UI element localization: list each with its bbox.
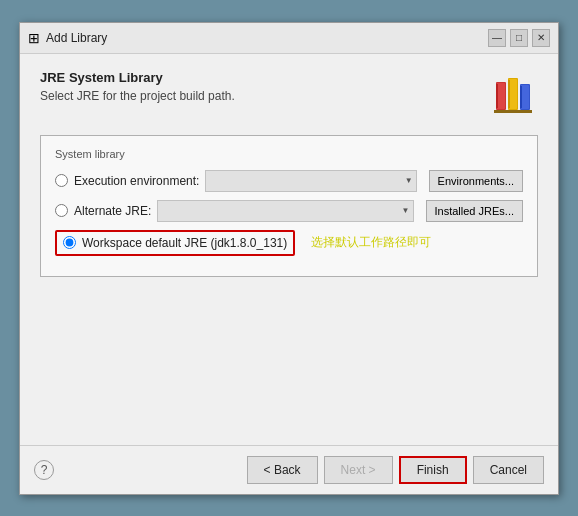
group-label: System library (55, 148, 523, 160)
alternate-jre-label: Alternate JRE: (74, 204, 151, 218)
execution-env-label: Execution environment: (74, 174, 199, 188)
svg-rect-5 (508, 80, 510, 108)
execution-env-combo-wrapper (205, 170, 416, 192)
dialog-body: JRE System Library Select JRE for the pr… (20, 54, 558, 445)
add-library-dialog: ⊞ Add Library — □ ✕ JRE System Library S… (19, 22, 559, 495)
annotation-text: 选择默认工作路径即可 (311, 234, 431, 251)
title-bar-left: ⊞ Add Library (28, 30, 107, 46)
svg-rect-2 (496, 84, 498, 108)
svg-rect-4 (509, 79, 517, 109)
execution-env-radio[interactable] (55, 174, 68, 187)
installed-jres-button[interactable]: Installed JREs... (426, 200, 523, 222)
title-bar: ⊞ Add Library — □ ✕ (20, 23, 558, 54)
environments-button[interactable]: Environments... (429, 170, 523, 192)
books-icon (490, 70, 538, 118)
alternate-jre-combo[interactable] (157, 200, 413, 222)
title-controls: — □ ✕ (488, 29, 550, 47)
system-library-group: System library Execution environment: En… (40, 135, 538, 277)
dialog-title: Add Library (46, 31, 107, 45)
svg-rect-8 (520, 86, 522, 108)
workspace-default-label: Workspace default JRE (jdk1.8.0_131) (82, 236, 287, 250)
next-button[interactable]: Next > (324, 456, 393, 484)
dialog-icon: ⊞ (28, 30, 40, 46)
svg-rect-9 (494, 110, 532, 113)
help-button[interactable]: ? (34, 460, 54, 480)
section-subtitle: Select JRE for the project build path. (40, 89, 490, 103)
header-area: JRE System Library Select JRE for the pr… (40, 70, 538, 119)
dialog-footer: ? < Back Next > Finish Cancel (20, 445, 558, 494)
empty-area (40, 289, 538, 429)
close-button[interactable]: ✕ (532, 29, 550, 47)
alternate-jre-combo-wrapper (157, 200, 413, 222)
section-title: JRE System Library (40, 70, 490, 85)
footer-buttons: < Back Next > Finish Cancel (247, 456, 544, 484)
workspace-default-selected: Workspace default JRE (jdk1.8.0_131) (55, 230, 295, 256)
footer-left: ? (34, 460, 54, 480)
svg-rect-7 (521, 85, 529, 109)
minimize-button[interactable]: — (488, 29, 506, 47)
maximize-button[interactable]: □ (510, 29, 528, 47)
alternate-jre-radio[interactable] (55, 204, 68, 217)
back-button[interactable]: < Back (247, 456, 318, 484)
workspace-default-radio[interactable] (63, 236, 76, 249)
execution-env-combo[interactable] (205, 170, 416, 192)
cancel-button[interactable]: Cancel (473, 456, 544, 484)
workspace-default-row: Workspace default JRE (jdk1.8.0_131) 选择默… (55, 230, 523, 256)
svg-rect-1 (497, 83, 505, 109)
header-text: JRE System Library Select JRE for the pr… (40, 70, 490, 119)
execution-env-row: Execution environment: Environments... (55, 170, 523, 192)
finish-button[interactable]: Finish (399, 456, 467, 484)
alternate-jre-row: Alternate JRE: Installed JREs... (55, 200, 523, 222)
